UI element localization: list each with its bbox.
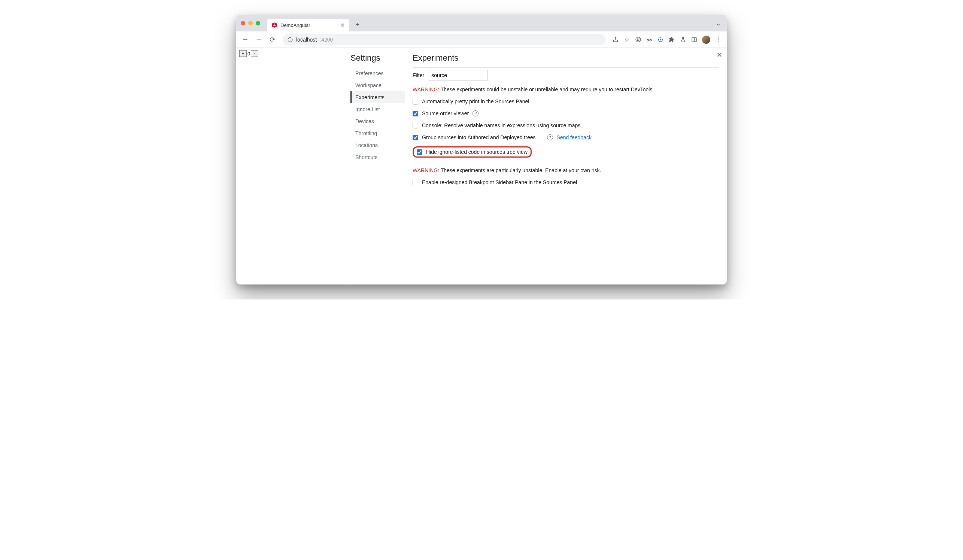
traffic-lights xyxy=(241,21,260,26)
sidebar-item-ignore-list[interactable]: Ignore List xyxy=(350,103,405,115)
tab-close-icon[interactable]: ✕ xyxy=(340,22,345,28)
settings-title: Settings xyxy=(350,53,405,63)
experiment-console-resolve-names: Console: Resolve variable names in expre… xyxy=(413,120,719,131)
window-maximize-button[interactable] xyxy=(256,21,260,26)
highlighted-experiment: Hide ignore-listed code in sources tree … xyxy=(413,146,532,158)
warning-particularly-unstable: WARNING: These experiments are particula… xyxy=(413,167,719,173)
settings-main: Experiments Filter WARNING: These experi… xyxy=(405,48,727,285)
toolbar-actions: ☆ ⋮ xyxy=(611,36,723,44)
glasses-icon[interactable] xyxy=(646,36,653,43)
sidebar-item-workspace[interactable]: Workspace xyxy=(350,79,405,91)
filter-row: Filter xyxy=(413,67,719,83)
experiment-label: Console: Resolve variable names in expre… xyxy=(422,122,580,128)
close-settings-icon[interactable]: ✕ xyxy=(717,51,722,59)
devtools-settings-panel: ✕ Settings Preferences Workspace Experim… xyxy=(345,48,727,285)
counter-decrement-button[interactable]: - xyxy=(251,50,258,57)
experiment-checkbox[interactable] xyxy=(413,111,418,117)
sidebar-item-locations[interactable]: Locations xyxy=(350,139,405,151)
sidebar-item-devices[interactable]: Devices xyxy=(350,115,405,127)
experiment-label: Automatically pretty print in the Source… xyxy=(422,99,529,104)
extensions-puzzle-icon[interactable] xyxy=(668,36,675,43)
help-icon[interactable]: ? xyxy=(472,110,478,117)
filter-label: Filter xyxy=(413,72,424,78)
experiment-pretty-print: Automatically pretty print in the Source… xyxy=(413,95,719,107)
svg-point-5 xyxy=(639,39,639,39)
reload-button[interactable]: ⟳ xyxy=(267,34,277,45)
experiment-checkbox[interactable] xyxy=(413,99,418,104)
svg-point-6 xyxy=(647,39,649,41)
warning-text: These experiments could be unstable or u… xyxy=(439,86,654,92)
experiment-hide-ignore-listed: Hide ignore-listed code in sources tree … xyxy=(413,143,719,160)
counter-increment-button[interactable]: + xyxy=(239,50,247,57)
experiment-label: Hide ignore-listed code in sources tree … xyxy=(426,149,528,155)
sidebar-item-throttling[interactable]: Throttling xyxy=(350,127,405,139)
svg-point-7 xyxy=(650,39,652,41)
svg-point-4 xyxy=(637,39,638,39)
tab-title: DemoAngular xyxy=(280,23,310,28)
sidebar-item-shortcuts[interactable]: Shortcuts xyxy=(350,151,405,163)
experiment-checkbox[interactable] xyxy=(413,135,418,140)
help-icon[interactable]: ? xyxy=(547,134,553,140)
bookmark-star-icon[interactable]: ☆ xyxy=(623,36,630,43)
location-dot-icon[interactable] xyxy=(657,36,664,43)
site-info-icon[interactable] xyxy=(287,37,293,43)
forward-button[interactable]: → xyxy=(253,34,264,45)
share-icon[interactable] xyxy=(612,36,619,43)
tabs-dropdown-icon[interactable]: ⌄ xyxy=(716,20,721,27)
profile-avatar[interactable] xyxy=(702,36,710,44)
counter-widget: + 0 - xyxy=(239,50,342,57)
side-panel-icon[interactable] xyxy=(691,36,697,43)
browser-tab[interactable]: DemoAngular ✕ xyxy=(267,19,349,31)
incognito-icon[interactable] xyxy=(635,36,641,43)
address-bar[interactable]: localhost:4200 xyxy=(283,34,605,45)
window-minimize-button[interactable] xyxy=(248,21,253,26)
filter-input[interactable] xyxy=(428,70,488,81)
experiment-checkbox[interactable] xyxy=(413,123,418,128)
sidebar-item-preferences[interactable]: Preferences xyxy=(350,67,405,79)
warning-text: These experiments are particularly unsta… xyxy=(439,167,601,173)
warning-unstable: WARNING: These experiments could be unst… xyxy=(413,86,719,92)
settings-sidebar: Settings Preferences Workspace Experimen… xyxy=(345,48,405,285)
address-port: :4200 xyxy=(320,37,333,43)
address-host: localhost xyxy=(296,37,317,43)
experiments-heading: Experiments xyxy=(413,53,719,63)
svg-point-3 xyxy=(636,37,640,42)
svg-rect-10 xyxy=(692,37,696,42)
experiment-group-authored-deployed: Group sources into Authored and Deployed… xyxy=(413,131,719,143)
svg-point-9 xyxy=(660,39,661,40)
content-area: + 0 - ✕ Settings Preferences Workspace E… xyxy=(236,48,727,285)
new-tab-button[interactable]: + xyxy=(352,19,363,30)
back-button[interactable]: ← xyxy=(240,34,250,45)
experiment-label: Enable re-designed Breakpoint Sidebar Pa… xyxy=(422,179,577,185)
window-close-button[interactable] xyxy=(241,21,245,26)
tab-bar: DemoAngular ✕ + ⌄ xyxy=(236,15,727,31)
experiment-source-order-viewer: Source order viewer ? xyxy=(413,107,719,120)
experiment-label: Group sources into Authored and Deployed… xyxy=(422,134,536,140)
labs-flask-icon[interactable] xyxy=(679,36,686,43)
experiment-breakpoint-sidebar: Enable re-designed Breakpoint Sidebar Pa… xyxy=(413,176,719,188)
experiment-label: Source order viewer xyxy=(422,110,469,117)
webpage-viewport: + 0 - xyxy=(236,48,345,285)
experiment-checkbox[interactable] xyxy=(417,149,422,155)
angular-favicon-icon xyxy=(271,22,277,28)
sidebar-item-experiments[interactable]: Experiments xyxy=(350,91,405,103)
experiment-checkbox[interactable] xyxy=(413,180,418,185)
send-feedback-link[interactable]: Send feedback xyxy=(557,134,592,140)
counter-value: 0 xyxy=(247,51,251,57)
browser-window: DemoAngular ✕ + ⌄ ← → ⟳ localhost:4200 ☆… xyxy=(236,15,727,285)
kebab-menu-icon[interactable]: ⋮ xyxy=(715,36,721,43)
browser-toolbar: ← → ⟳ localhost:4200 ☆ ⋮ xyxy=(236,31,727,48)
warning-prefix: WARNING: xyxy=(413,86,439,92)
warning-prefix: WARNING: xyxy=(413,167,439,173)
